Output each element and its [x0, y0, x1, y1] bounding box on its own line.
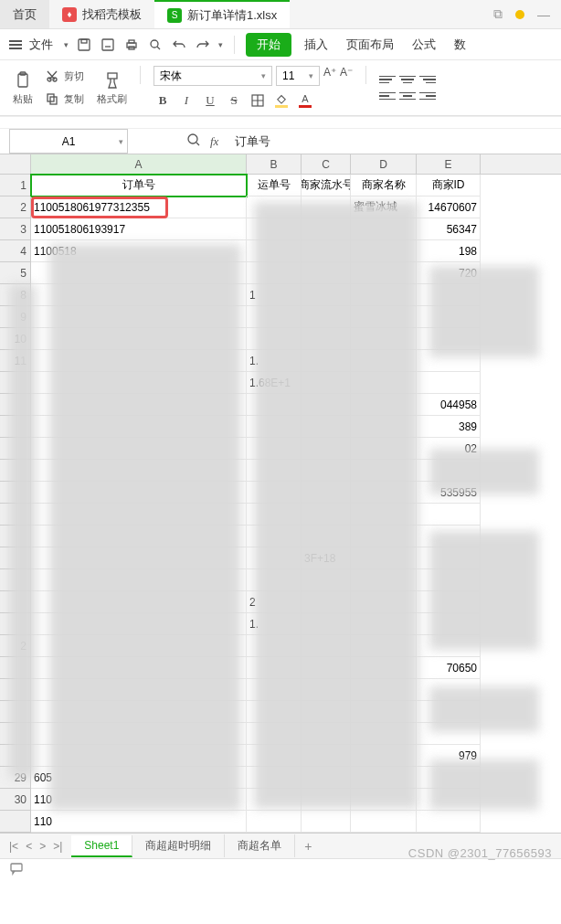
- col-header-e[interactable]: E: [417, 154, 481, 174]
- sheet-tab[interactable]: Sheet1: [71, 835, 132, 857]
- name-box[interactable]: A1 ▾: [9, 129, 128, 154]
- font-size-value: 11: [282, 69, 294, 82]
- decrease-font-button[interactable]: A⁻: [340, 66, 353, 86]
- col-header-a[interactable]: A: [31, 154, 247, 174]
- sheet-nav: |< < > >|: [0, 840, 71, 853]
- fill-color-button[interactable]: [272, 91, 291, 110]
- cell[interactable]: 订单号: [31, 175, 247, 196]
- sheet-last-icon[interactable]: >|: [53, 840, 62, 853]
- cell[interactable]: 70650: [417, 657, 481, 679]
- menu-bar: 文件 ▾ ▾ 开始 插入 页面布局 公式 数: [0, 29, 561, 60]
- row-header[interactable]: [0, 811, 31, 833]
- menu-page-layout[interactable]: 页面布局: [341, 37, 399, 53]
- increase-font-button[interactable]: A⁺: [323, 66, 336, 86]
- cell[interactable]: 110: [31, 811, 247, 833]
- paste-group: 粘贴: [9, 66, 37, 110]
- fx-label[interactable]: fx: [210, 134, 218, 149]
- redo-icon[interactable]: [195, 37, 211, 53]
- align-top-left-button[interactable]: [379, 73, 396, 86]
- chat-icon[interactable]: [9, 861, 24, 879]
- add-sheet-button[interactable]: +: [295, 839, 321, 854]
- blur-overlay: [429, 449, 539, 494]
- menu-insert[interactable]: 插入: [299, 37, 333, 53]
- flame-icon: ♦: [62, 7, 77, 22]
- cell[interactable]: [417, 504, 481, 526]
- cell[interactable]: 56347: [417, 218, 481, 240]
- row-header[interactable]: 2: [0, 196, 31, 218]
- row-header[interactable]: 5: [0, 262, 31, 284]
- menu-formula[interactable]: 公式: [407, 37, 441, 53]
- cell[interactable]: [417, 811, 481, 833]
- cell[interactable]: 商家流水号: [302, 175, 351, 196]
- formula-value[interactable]: 订单号: [235, 133, 270, 150]
- window-minimize-icon[interactable]: —: [537, 7, 550, 22]
- cell[interactable]: 1100518061977312355: [31, 196, 247, 218]
- col-header-d[interactable]: D: [351, 154, 417, 174]
- save-icon[interactable]: [76, 37, 92, 53]
- copy-button[interactable]: 复制: [46, 92, 84, 107]
- window-dot-icon[interactable]: [515, 10, 524, 19]
- tab-bar: 首页 ♦ 找稻壳模板 S 新订单详情1.xlsx ⧉ —: [0, 0, 561, 29]
- menu-file[interactable]: 文件: [29, 37, 53, 53]
- font-size-select[interactable]: 11▾: [276, 66, 320, 86]
- cell[interactable]: [302, 811, 351, 833]
- cell[interactable]: [417, 372, 481, 394]
- sheet-tab[interactable]: 商超超时明细: [132, 834, 225, 857]
- row-header[interactable]: 30: [0, 789, 31, 811]
- window-restore-icon[interactable]: ⧉: [493, 6, 503, 22]
- sheet-first-icon[interactable]: |<: [9, 840, 18, 853]
- tab-home[interactable]: 首页: [0, 0, 49, 28]
- row-header[interactable]: 3: [0, 218, 31, 240]
- menu-start[interactable]: 开始: [246, 33, 291, 57]
- strikethrough-button[interactable]: S: [225, 91, 243, 110]
- cell[interactable]: 运单号: [247, 175, 302, 196]
- select-all-corner[interactable]: [0, 154, 31, 175]
- align-top-right-button[interactable]: [419, 73, 436, 86]
- tab-file[interactable]: S 新订单详情1.xlsx: [154, 0, 290, 28]
- row-header[interactable]: 1: [0, 175, 31, 196]
- row-header[interactable]: 4: [0, 240, 31, 262]
- tab-template[interactable]: ♦ 找稻壳模板: [49, 0, 154, 28]
- sheet-prev-icon[interactable]: <: [26, 840, 32, 853]
- font-color-button[interactable]: A: [296, 91, 314, 110]
- paste-button[interactable]: [13, 70, 33, 90]
- align-right-button[interactable]: [419, 90, 436, 102]
- cut-button[interactable]: 剪切: [46, 69, 84, 84]
- underline-button[interactable]: U: [201, 91, 219, 110]
- chevron-down-icon[interactable]: ▾: [218, 40, 223, 49]
- cell[interactable]: [247, 811, 302, 833]
- cell[interactable]: 商家名称: [351, 175, 417, 196]
- zoom-icon[interactable]: [186, 133, 201, 151]
- align-center-button[interactable]: [399, 90, 416, 102]
- window-controls: ⧉ —: [493, 0, 561, 28]
- tab-template-label: 找稻壳模板: [82, 6, 142, 23]
- save-as-icon[interactable]: [100, 37, 116, 53]
- align-left-button[interactable]: [379, 90, 396, 102]
- sheet-tab[interactable]: 商超名单: [225, 834, 295, 857]
- blur-overlay: [429, 686, 539, 732]
- chevron-down-icon[interactable]: ▾: [64, 40, 69, 49]
- bold-button[interactable]: B: [153, 91, 172, 110]
- chevron-down-icon[interactable]: ▾: [119, 137, 123, 146]
- cell[interactable]: [351, 811, 417, 833]
- menu-data[interactable]: 数: [449, 37, 471, 53]
- cell[interactable]: 044958: [417, 394, 481, 416]
- hamburger-icon[interactable]: [9, 40, 22, 49]
- italic-button[interactable]: I: [177, 91, 196, 110]
- col-header-c[interactable]: C: [302, 154, 351, 174]
- cell[interactable]: 389: [417, 416, 481, 438]
- format-painter-button[interactable]: [102, 70, 122, 90]
- print-icon[interactable]: [123, 37, 140, 53]
- border-button[interactable]: [249, 91, 267, 110]
- svg-rect-7: [18, 74, 27, 87]
- cell[interactable]: 14670607: [417, 196, 481, 218]
- undo-icon[interactable]: [171, 37, 187, 53]
- cell[interactable]: 110051806193917: [31, 218, 247, 240]
- col-header-b[interactable]: B: [247, 154, 302, 174]
- cell[interactable]: 商家ID: [417, 175, 481, 196]
- font-name-select[interactable]: 宋体▾: [153, 66, 272, 86]
- align-top-center-button[interactable]: [399, 73, 416, 86]
- print-preview-icon[interactable]: [147, 37, 164, 53]
- cell[interactable]: 198: [417, 240, 481, 262]
- sheet-next-icon[interactable]: >: [39, 840, 46, 853]
